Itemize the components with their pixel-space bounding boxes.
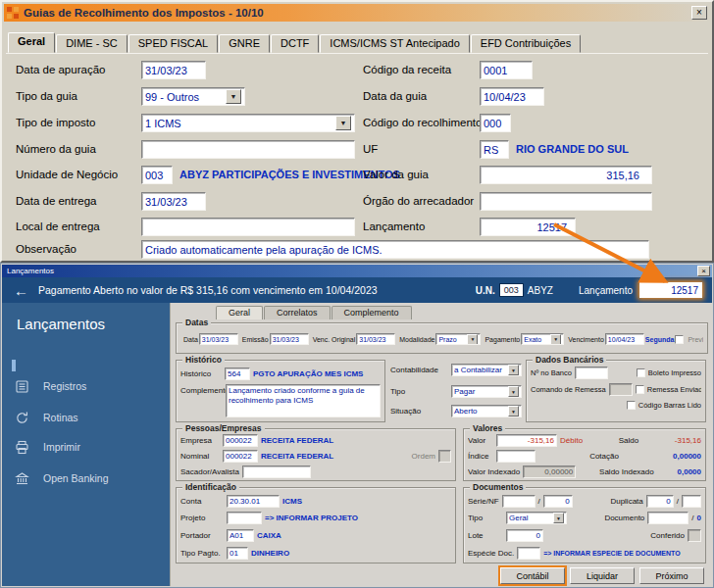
codigo-barras-checkbox[interactable] [627, 401, 636, 410]
un-code-badge: 003 [499, 283, 524, 297]
tipo-select[interactable]: Pagar▼ [451, 385, 522, 398]
documento-n: 0 [697, 514, 701, 522]
dados-bancarios-title: Dados Bancários [533, 355, 606, 365]
tab-gnre[interactable]: GNRE [219, 34, 270, 53]
sidebar-item-label: Registros [43, 380, 86, 392]
tipo-pagto-field[interactable]: 01 [227, 547, 248, 560]
indice-field[interactable] [496, 450, 536, 463]
chevron-down-icon[interactable]: ▼ [508, 406, 519, 416]
pessoas-group-title: Pessoas/Empresas [182, 423, 265, 433]
documento-field[interactable] [647, 512, 688, 524]
duplicata2-field[interactable] [682, 495, 701, 508]
tab-correlatos[interactable]: Correlatos [264, 306, 331, 319]
especie-field[interactable] [517, 547, 540, 560]
portador-field[interactable]: A01 [227, 529, 254, 542]
close-icon[interactable]: × [691, 6, 707, 20]
lancamentos-window-title: Lançamentos [4, 267, 697, 275]
tab-icms-st[interactable]: ICMS/ICMS ST Antecipado [320, 34, 469, 53]
tab-geral[interactable]: Geral [8, 32, 55, 53]
modalidade-select[interactable]: Prazo▼ [435, 333, 481, 345]
sidebar-item-rotinas[interactable]: Rotinas [2, 405, 170, 430]
sacador-field[interactable] [242, 466, 311, 478]
tipo-imposto-select[interactable]: 1 ICMS ▼ [141, 114, 355, 132]
valor-guia-field[interactable]: 315,16 [480, 166, 652, 184]
lote-field[interactable]: 0 [506, 529, 543, 542]
doc-tipo-select[interactable]: Geral▼ [506, 512, 567, 524]
duplicata-field[interactable]: 0 [646, 495, 674, 508]
sidebar-item-imprimir[interactable]: Imprimir [2, 434, 170, 460]
data-guia-field[interactable]: 10/04/23 [480, 87, 544, 106]
unidade-negocio-field[interactable]: 003 [141, 166, 173, 184]
local-entrega-field[interactable] [141, 218, 355, 236]
pagamento-select[interactable]: Exato▼ [521, 333, 564, 345]
sidebar-item-open-banking[interactable]: Open Banking [2, 466, 170, 491]
chevron-down-icon[interactable]: ▼ [467, 334, 478, 345]
tab-sped-fiscal[interactable]: SPED FISCAL [128, 34, 219, 53]
complemento-field[interactable]: Lançamento criado conforme a guia de rec… [226, 384, 381, 417]
guias-title: Guias de Recolhimento dos Impostos - 10/… [24, 7, 691, 19]
empresa-code-field[interactable]: 000022 [223, 434, 258, 447]
nominal-code-field[interactable]: 000022 [223, 450, 258, 463]
orgao-arrecadador-field[interactable] [480, 192, 652, 211]
detail-tabs: Geral Correlatos Complemento [216, 306, 413, 319]
tab-complemento[interactable]: Complemento [332, 306, 412, 319]
serie-field[interactable] [502, 495, 536, 508]
slash: / [677, 497, 679, 506]
historico-code-field[interactable]: 564 [225, 368, 250, 380]
chevron-down-icon[interactable]: ▼ [508, 365, 519, 375]
sidebar-item-label: Rotinas [43, 412, 78, 423]
valor-indexado-label: Valor Indexado [468, 467, 520, 476]
modalidade-label: Modalidade [399, 336, 434, 343]
boleto-impresso-checkbox[interactable] [637, 368, 645, 377]
remessa-enviada-label: Remessa Enviada [647, 385, 701, 394]
venc-original-field[interactable]: 31/03/23 [356, 333, 395, 345]
indice-label: Índice [468, 452, 493, 461]
data-apuracao-field[interactable]: 31/03/23 [141, 61, 206, 79]
valor-guia-label: Valor da guia [363, 169, 429, 180]
vencimento-label: Vencimento [568, 336, 604, 343]
chevron-down-icon[interactable]: ▼ [550, 334, 561, 345]
chevron-down-icon[interactable]: ▼ [226, 89, 241, 104]
liquidar-button[interactable]: Liquidar [570, 567, 635, 584]
chevron-down-icon[interactable]: ▼ [553, 513, 564, 523]
data-entrega-field[interactable]: 31/03/23 [141, 192, 206, 211]
numero-guia-field[interactable] [141, 140, 355, 159]
n-banco-field[interactable] [575, 367, 608, 379]
back-arrow-icon[interactable]: ← [14, 282, 28, 299]
conta-field[interactable]: 20.30.01 [227, 495, 280, 508]
nf-field[interactable]: 0 [543, 495, 573, 508]
vencimento-field[interactable]: 10/04/23 [605, 333, 644, 345]
tab-dctf[interactable]: DCTF [271, 34, 319, 53]
contabilidade-select[interactable]: a Contabilizar▼ [451, 364, 522, 376]
complemento-label: Complemento [180, 386, 222, 395]
previsao-label: Previsão [688, 336, 703, 343]
tipo-guia-select[interactable]: 99 - Outros ▼ [141, 87, 245, 106]
contabil-button[interactable]: Contábil [500, 567, 565, 584]
lancamento-header-value[interactable]: 12517 [639, 282, 702, 298]
uf-field[interactable]: RS [480, 140, 509, 159]
tab-efd[interactable]: EFD Contribuições [471, 34, 581, 53]
proximo-button[interactable]: Próximo [639, 567, 704, 584]
sidebar-item-registros[interactable]: Registros [2, 373, 170, 399]
chevron-down-icon[interactable]: ▼ [335, 116, 351, 130]
tab-dime-sc[interactable]: DIME - SC [56, 34, 128, 53]
guias-titlebar[interactable]: Guias de Recolhimento dos Impostos - 10/… [4, 4, 710, 22]
codigo-recolhimento-field[interactable]: 000 [480, 114, 511, 132]
lancamentos-titlebar[interactable]: Lançamentos × [2, 265, 712, 277]
conferido-field [688, 529, 701, 542]
close-icon[interactable]: × [697, 266, 710, 276]
codigo-receita-field[interactable]: 0001 [480, 61, 533, 79]
serie-nf-label: Série/NF [468, 497, 499, 506]
remessa-enviada-checkbox[interactable] [636, 385, 644, 394]
emissao-field[interactable]: 31/03/23 [270, 333, 309, 345]
situacao-select[interactable]: Aberto▼ [451, 405, 522, 417]
chevron-down-icon[interactable]: ▼ [508, 386, 519, 397]
uf-label: UF [363, 143, 378, 155]
projeto-field[interactable] [227, 512, 262, 524]
lancamento-field[interactable]: 12517 [480, 218, 576, 236]
tab-geral-detail[interactable]: Geral [216, 306, 263, 319]
valor-field[interactable]: -315,16 [496, 434, 557, 447]
observacao-field[interactable]: Criado automaticamente pela apuração de … [141, 240, 649, 259]
data-field[interactable]: 31/03/23 [199, 333, 238, 345]
previsao-checkbox[interactable] [675, 335, 684, 344]
